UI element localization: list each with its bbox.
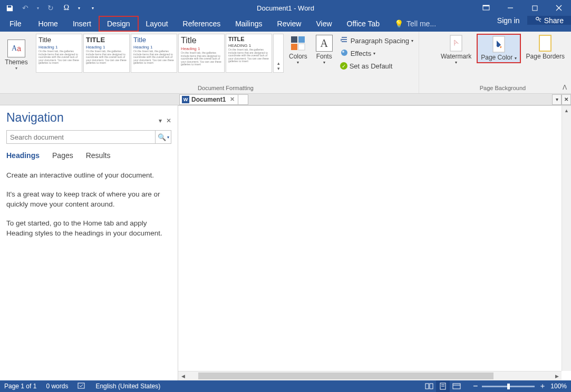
status-words[interactable]: 0 words <box>46 383 68 390</box>
set-default-label: Set as Default <box>350 62 393 70</box>
ribbon-display-icon[interactable] <box>474 0 498 16</box>
tab-references[interactable]: References <box>176 16 228 32</box>
fonts-button[interactable]: A Fonts▾ <box>313 34 336 66</box>
fonts-icon: A <box>316 35 333 52</box>
tab-design[interactable]: Design <box>99 16 139 32</box>
undo-icon[interactable]: ↶ <box>21 4 30 12</box>
gallery-more-button[interactable]: ▴▾ <box>273 34 284 73</box>
svg-rect-17 <box>78 383 84 388</box>
omega-dropdown-icon[interactable]: ▾ <box>78 6 80 11</box>
page-color-button[interactable]: Page Color ▾ <box>477 34 520 63</box>
chevron-down-icon: ▾ <box>373 51 375 56</box>
set-as-default-button[interactable]: ✓ Set as Default <box>338 60 415 72</box>
chevron-down-icon: ▾ <box>411 38 413 43</box>
zoom-in-button[interactable]: ＋ <box>539 381 546 391</box>
style-card[interactable]: TitleHeading 1On the Insert tab, the gal… <box>36 34 82 73</box>
collapse-ribbon-icon[interactable]: ᐱ <box>563 84 567 91</box>
tab-layout[interactable]: Layout <box>139 16 176 32</box>
svg-rect-10 <box>298 44 305 50</box>
quick-access-toolbar: ↶ ▾ ↻ Ω ▾ ▾ <box>0 4 94 12</box>
web-layout-icon[interactable] <box>450 380 463 392</box>
view-buttons <box>422 380 463 392</box>
document-tab[interactable]: W Document1 ✕ <box>179 94 238 105</box>
qat-customize-icon[interactable]: ▾ <box>92 6 94 11</box>
colors-label: Colors <box>289 53 307 60</box>
navpane-menu-icon[interactable]: ▾ <box>159 117 162 124</box>
chevron-down-icon: ▾ <box>167 135 169 140</box>
style-card[interactable]: TitleHeading 1On the Insert tab, the gal… <box>178 34 225 73</box>
ribbon: Aa Themes ▾ TitleHeading 1On the Insert … <box>0 32 571 94</box>
document-area[interactable]: ▲ ◀ ▶ <box>178 105 571 380</box>
search-icon: 🔍 <box>158 133 166 141</box>
sign-in[interactable]: Sign in <box>490 16 527 25</box>
tell-me[interactable]: 💡 Tell me... <box>387 16 443 32</box>
paragraph-spacing-label: Paragraph Spacing <box>351 37 409 45</box>
close-icon[interactable] <box>547 0 571 16</box>
search-input[interactable] <box>7 131 155 143</box>
tab-home[interactable]: Home <box>31 16 65 32</box>
navpane-close-icon[interactable]: ✕ <box>166 117 171 124</box>
page-borders-label: Page Borders <box>526 53 565 60</box>
horizontal-scrollbar[interactable]: ◀ ▶ <box>178 371 562 380</box>
omega-icon[interactable]: Ω <box>62 4 71 12</box>
tab-view[interactable]: View <box>308 16 339 32</box>
nav-hint-1: Create an interactive outline of your do… <box>6 170 171 181</box>
share-button[interactable]: Share <box>527 16 571 25</box>
window-controls <box>474 0 571 16</box>
style-gallery[interactable]: TitleHeading 1On the Insert tab, the gal… <box>36 34 284 73</box>
tab-menu-icon[interactable]: ▾ <box>552 94 562 105</box>
effects-button[interactable]: Effects ▾ <box>338 47 415 59</box>
watermark-label: Watermark <box>441 53 471 60</box>
status-page[interactable]: Page 1 of 1 <box>4 383 36 390</box>
themes-button[interactable]: Aa Themes ▾ <box>3 34 30 76</box>
nav-hint-3: To get started, go to the Home tab and a… <box>6 218 171 239</box>
style-card[interactable]: TITLEHeading 1On the Insert tab, the gal… <box>83 34 130 73</box>
status-language[interactable]: English (United States) <box>95 383 160 390</box>
close-tab-icon[interactable]: ✕ <box>230 96 235 103</box>
style-card[interactable]: TITLEHEADING 1On the Insert tab, the gal… <box>226 34 272 73</box>
watermark-button[interactable]: A Watermark▾ <box>438 34 475 66</box>
group-label-docfmt: Document Formatting <box>198 84 254 92</box>
tab-insert[interactable]: Insert <box>65 16 99 32</box>
nav-tab-results[interactable]: Results <box>86 151 111 160</box>
search-button[interactable]: 🔍▾ <box>155 131 171 143</box>
vertical-scrollbar[interactable]: ▲ <box>562 106 571 371</box>
tab-file[interactable]: File <box>0 16 31 32</box>
nav-tab-headings[interactable]: Headings <box>6 151 40 160</box>
scroll-left-icon[interactable]: ◀ <box>178 371 188 380</box>
bulb-icon: 💡 <box>394 19 403 28</box>
maximize-icon[interactable] <box>522 0 547 16</box>
document-tab-bar: W Document1 ✕ ▾ ✕ <box>0 94 571 105</box>
print-layout-icon[interactable] <box>436 380 450 392</box>
close-all-tabs-icon[interactable]: ✕ <box>562 94 571 105</box>
tab-review[interactable]: Review <box>270 16 309 32</box>
nav-tab-pages[interactable]: Pages <box>52 151 73 160</box>
minimize-icon[interactable] <box>498 0 522 16</box>
page-borders-button[interactable]: Page Borders <box>523 34 568 61</box>
tab-office-tab[interactable]: Office Tab <box>340 16 388 32</box>
new-tab-button[interactable] <box>238 94 248 105</box>
tab-mailings[interactable]: Mailings <box>228 16 269 32</box>
read-mode-icon[interactable] <box>422 380 436 392</box>
redo-icon[interactable]: ↻ <box>46 4 55 12</box>
zoom-out-button[interactable]: − <box>473 381 478 391</box>
zoom-level[interactable]: 100% <box>550 383 567 390</box>
zoom-slider[interactable] <box>482 386 535 387</box>
document-tab-label: Document1 <box>191 96 226 103</box>
status-bar: Page 1 of 1 0 words English (United Stat… <box>0 380 571 392</box>
share-label: Share <box>544 16 564 25</box>
scroll-right-icon[interactable]: ▶ <box>552 371 562 380</box>
proofing-icon[interactable] <box>78 382 86 391</box>
colors-button[interactable]: Colors▾ <box>286 34 311 66</box>
scroll-up-icon[interactable]: ▲ <box>562 106 571 115</box>
search-box[interactable]: 🔍▾ <box>6 130 171 144</box>
scroll-thumb[interactable] <box>198 373 493 379</box>
scroll-track[interactable] <box>188 371 552 380</box>
paragraph-spacing-button[interactable]: Paragraph Spacing ▾ <box>338 35 415 46</box>
undo-dropdown-icon[interactable]: ▾ <box>37 6 39 11</box>
save-icon[interactable] <box>5 4 14 12</box>
style-card[interactable]: TitleHeading 1On the Insert tab, the gal… <box>131 34 177 73</box>
navigation-tabs: Headings Pages Results <box>6 151 171 160</box>
zoom-thumb[interactable] <box>507 384 510 389</box>
colors-icon <box>289 35 306 52</box>
